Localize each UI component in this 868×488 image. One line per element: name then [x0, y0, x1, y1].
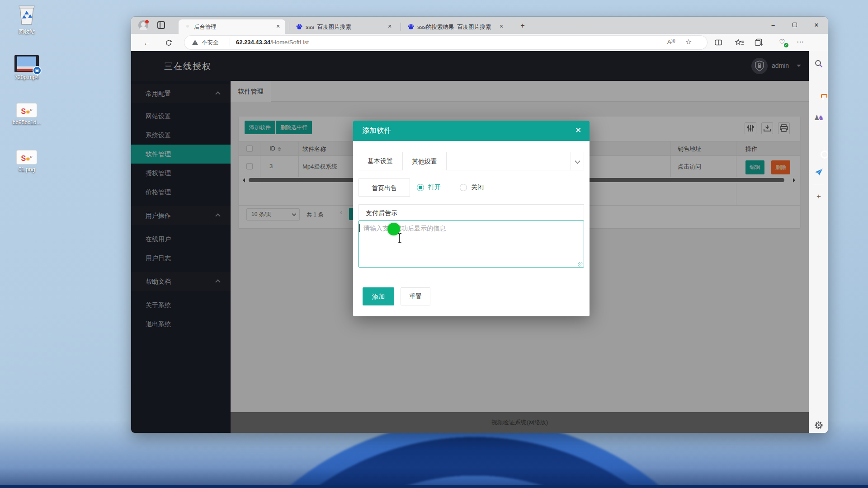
gear-icon[interactable] [814, 421, 824, 431]
modal-tab-other-settings[interactable]: 其他设置 [402, 152, 447, 170]
image-app-file-icon: S✱R [16, 150, 37, 164]
browser-profile-button[interactable] [138, 20, 148, 30]
admin-site-favicon [184, 23, 191, 30]
image-app-file-icon: S✱R [16, 103, 37, 117]
workspaces-icon[interactable] [157, 21, 165, 29]
new-tab-button[interactable]: + [518, 21, 528, 31]
browser-essentials-icon[interactable]: ♡ ✓ [777, 38, 788, 47]
radio-close[interactable] [460, 184, 467, 191]
favorite-star-icon[interactable]: ☆ [685, 38, 692, 46]
desktop-icon-label: bb95bc1d... [13, 119, 41, 126]
browser-window: 后台管理 ✕ sss_百度图片搜索 ✕ [131, 17, 828, 433]
payment-notice-label: 支付后告示 [359, 204, 584, 221]
refresh-button[interactable] [163, 37, 175, 49]
url-text[interactable]: 62.234.43.34/Home/SoftList [236, 39, 309, 46]
homepage-sale-label: 首页出售 [359, 178, 410, 197]
outlook-icon[interactable] [814, 149, 824, 159]
radio-close-label[interactable]: 关闭 [471, 183, 484, 192]
desktop-icon-label: 回收站 [19, 28, 35, 35]
microsoft365-icon[interactable] [814, 131, 824, 141]
tab-baidu-images[interactable]: sss_百度图片搜索 ✕ [290, 19, 397, 34]
desktop-icon-bb95-file[interactable]: S✱R bb95bc1d... [6, 103, 47, 126]
recycle-bin-icon [16, 4, 37, 26]
modal-title: 添加软件 [362, 126, 391, 136]
modal-header: 添加软件 ✕ [353, 121, 590, 141]
video-file-icon: ▣ [14, 55, 39, 72]
browser-tab-strip: 后台管理 ✕ sss_百度图片搜索 ✕ [131, 17, 828, 34]
radio-open-label[interactable]: 打开 [428, 183, 441, 192]
chevron-down-icon [575, 158, 580, 164]
split-screen-icon[interactable] [713, 38, 724, 47]
add-software-modal: 添加软件 ✕ 基本设置 其他设置 首页出售 打开 关闭 支付后告示 添加 重置 [353, 121, 590, 316]
edge-sidebar-rail: ♟♞ + [809, 51, 828, 433]
tools-icon[interactable] [814, 96, 824, 106]
address-bar[interactable]: 不安全 62.234.43.34/Home/SoftList A))) ☆ [184, 36, 707, 49]
security-label[interactable]: 不安全 [202, 39, 219, 47]
desktop-icon-recycle-bin[interactable]: 回收站 [6, 4, 47, 36]
collections-icon[interactable] [753, 38, 764, 47]
window-maximize-button[interactable] [785, 19, 804, 32]
text-cursor-icon [397, 233, 402, 245]
shopping-icon[interactable] [814, 77, 824, 87]
wallpaper-bottom-edge [0, 485, 868, 488]
search-icon[interactable] [814, 59, 824, 69]
back-button[interactable]: ← [141, 37, 153, 49]
tab-title: sss的搜索结果_百度图片搜索 [417, 23, 493, 31]
desktop: 回收站 ▣ 720p.mp4 S✱R bb95bc1d... S✱R 01.pn… [0, 0, 868, 488]
tab-title: 后台管理 [194, 23, 270, 31]
browser-viewport: 三在线授权 admin 常用配置 网站设置 系统设置 [131, 51, 828, 433]
tab-admin-panel[interactable]: 后台管理 ✕ [179, 19, 285, 34]
baidu-paw-favicon [296, 23, 303, 30]
tab-close-icon[interactable]: ✕ [386, 23, 393, 30]
favorites-icon[interactable] [734, 38, 745, 47]
baidu-paw-favicon [407, 23, 415, 30]
modal-close-icon[interactable]: ✕ [573, 126, 583, 135]
read-aloud-icon[interactable]: A))) [667, 38, 675, 45]
desktop-icon-label: 01.png [19, 166, 35, 173]
modal-tab-basic-settings[interactable]: 基本设置 [362, 152, 398, 170]
text-caret [359, 224, 360, 232]
tab-close-icon[interactable]: ✕ [274, 23, 282, 30]
reset-button[interactable]: 重置 [401, 287, 430, 305]
radio-open[interactable] [417, 184, 424, 191]
settings-more-icon[interactable]: ⋯ [795, 38, 806, 47]
add-sidebar-app-icon[interactable]: + [814, 192, 824, 202]
textarea-resize-handle[interactable] [578, 262, 583, 267]
desktop-icon-01png-file[interactable]: S✱R 01.png [6, 150, 47, 173]
modal-tab-more-button[interactable] [571, 152, 584, 170]
not-secure-warning-icon [192, 39, 198, 47]
tab-title: sss_百度图片搜索 [306, 23, 382, 31]
media-player-badge-icon: ▣ [33, 66, 42, 75]
window-minimize-button[interactable]: – [764, 19, 783, 32]
tab-baidu-search-results[interactable]: sss的搜索结果_百度图片搜索 ✕ [402, 19, 509, 34]
tab-close-icon[interactable]: ✕ [498, 23, 505, 30]
essentials-check-badge: ✓ [784, 43, 788, 47]
games-icon[interactable]: ♟♞ [814, 114, 824, 124]
browser-toolbar: ← 不安全 62.234.43.34/Home/SoftList A))) ☆ [131, 34, 828, 51]
maximize-icon [793, 23, 797, 27]
desktop-icon-video-file[interactable]: ▣ 720p.mp4 [6, 55, 47, 80]
drop-icon[interactable] [814, 168, 824, 178]
desktop-icon-label: 720p.mp4 [14, 74, 38, 80]
submit-add-button[interactable]: 添加 [363, 287, 394, 305]
window-close-button[interactable]: ✕ [807, 19, 826, 32]
